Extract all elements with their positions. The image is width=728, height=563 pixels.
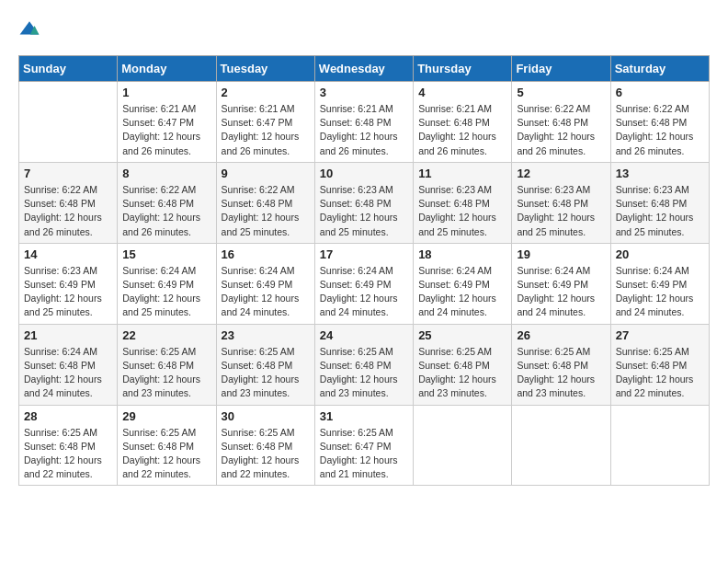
day-number: 5 [517,86,605,99]
calendar-cell: 6Sunrise: 6:22 AMSunset: 6:48 PMDaylight… [610,82,709,163]
day-number: 18 [418,247,506,261]
calendar-cell: 10Sunrise: 6:23 AMSunset: 6:48 PMDayligh… [314,162,413,243]
weekday-header: Tuesday [216,56,314,82]
day-number: 15 [122,247,210,261]
calendar-header: SundayMondayTuesdayWednesdayThursdayFrid… [19,56,710,82]
day-info: Sunrise: 6:25 AMSunset: 6:48 PMDaylight:… [222,426,310,482]
calendar-week: 1Sunrise: 6:21 AMSunset: 6:47 PMDaylight… [19,82,710,163]
calendar-cell: 22Sunrise: 6:25 AMSunset: 6:48 PMDayligh… [118,324,216,405]
weekday-header: Monday [118,56,216,82]
day-number: 29 [122,409,210,423]
day-number: 8 [122,167,210,180]
day-number: 20 [616,247,704,261]
day-info: Sunrise: 6:24 AMSunset: 6:49 PMDaylight:… [122,264,210,320]
calendar-cell: 27Sunrise: 6:25 AMSunset: 6:48 PMDayligh… [610,324,709,405]
calendar-cell [19,82,118,163]
day-number: 25 [418,328,506,342]
day-info: Sunrise: 6:25 AMSunset: 6:48 PMDaylight:… [517,345,605,401]
calendar-cell: 8Sunrise: 6:22 AMSunset: 6:48 PMDaylight… [118,162,216,243]
day-number: 12 [517,167,605,180]
calendar-cell: 26Sunrise: 6:25 AMSunset: 6:48 PMDayligh… [512,324,610,405]
calendar-cell: 12Sunrise: 6:23 AMSunset: 6:48 PMDayligh… [512,162,610,243]
day-number: 11 [418,167,506,180]
weekday-header: Thursday [414,56,512,82]
calendar-cell: 11Sunrise: 6:23 AMSunset: 6:48 PMDayligh… [414,162,512,243]
calendar-week: 14Sunrise: 6:23 AMSunset: 6:49 PMDayligh… [19,243,710,324]
day-number: 13 [616,167,704,180]
day-number: 1 [122,86,210,99]
day-info: Sunrise: 6:25 AMSunset: 6:48 PMDaylight:… [122,426,210,482]
calendar-cell: 5Sunrise: 6:22 AMSunset: 6:48 PMDaylight… [512,82,610,163]
day-info: Sunrise: 6:25 AMSunset: 6:48 PMDaylight:… [320,345,408,401]
day-number: 10 [320,167,408,180]
calendar-cell: 2Sunrise: 6:21 AMSunset: 6:47 PMDaylight… [216,82,314,163]
day-info: Sunrise: 6:22 AMSunset: 6:48 PMDaylight:… [616,102,704,158]
day-number: 23 [222,328,310,342]
day-info: Sunrise: 6:23 AMSunset: 6:48 PMDaylight:… [320,183,408,239]
weekday-header: Wednesday [314,56,413,82]
calendar-cell: 18Sunrise: 6:24 AMSunset: 6:49 PMDayligh… [414,243,512,324]
calendar-table: SundayMondayTuesdayWednesdayThursdayFrid… [18,55,710,486]
day-info: Sunrise: 6:22 AMSunset: 6:48 PMDaylight:… [222,183,310,239]
day-info: Sunrise: 6:21 AMSunset: 6:47 PMDaylight:… [122,102,210,158]
day-info: Sunrise: 6:25 AMSunset: 6:48 PMDaylight:… [418,345,506,401]
day-number: 14 [24,247,112,261]
day-number: 9 [222,167,310,180]
day-number: 21 [24,328,112,342]
calendar-body: 1Sunrise: 6:21 AMSunset: 6:47 PMDaylight… [19,82,710,486]
calendar-cell: 30Sunrise: 6:25 AMSunset: 6:48 PMDayligh… [216,405,314,486]
day-info: Sunrise: 6:24 AMSunset: 6:49 PMDaylight:… [616,264,704,320]
calendar-cell: 15Sunrise: 6:24 AMSunset: 6:49 PMDayligh… [118,243,216,324]
weekday-header: Friday [512,56,610,82]
day-number: 24 [320,328,408,342]
page-header [18,18,710,40]
calendar-week: 7Sunrise: 6:22 AMSunset: 6:48 PMDaylight… [19,162,710,243]
day-info: Sunrise: 6:25 AMSunset: 6:48 PMDaylight:… [122,345,210,401]
day-info: Sunrise: 6:22 AMSunset: 6:48 PMDaylight:… [24,183,112,239]
day-number: 22 [122,328,210,342]
day-number: 26 [517,328,605,342]
weekday-header: Sunday [19,56,118,82]
day-info: Sunrise: 6:23 AMSunset: 6:48 PMDaylight:… [517,183,605,239]
day-number: 31 [320,409,408,423]
calendar-cell: 7Sunrise: 6:22 AMSunset: 6:48 PMDaylight… [19,162,118,243]
day-info: Sunrise: 6:24 AMSunset: 6:48 PMDaylight:… [24,345,112,401]
day-number: 2 [222,86,310,99]
calendar-week: 28Sunrise: 6:25 AMSunset: 6:48 PMDayligh… [19,405,710,486]
calendar-cell: 14Sunrise: 6:23 AMSunset: 6:49 PMDayligh… [19,243,118,324]
day-number: 19 [517,247,605,261]
calendar-cell [610,405,709,486]
calendar-cell: 29Sunrise: 6:25 AMSunset: 6:48 PMDayligh… [118,405,216,486]
day-info: Sunrise: 6:24 AMSunset: 6:49 PMDaylight:… [517,264,605,320]
day-number: 6 [616,86,704,99]
calendar-cell: 1Sunrise: 6:21 AMSunset: 6:47 PMDaylight… [118,82,216,163]
logo [18,18,44,40]
day-info: Sunrise: 6:23 AMSunset: 6:48 PMDaylight:… [616,183,704,239]
day-number: 17 [320,247,408,261]
day-info: Sunrise: 6:23 AMSunset: 6:48 PMDaylight:… [418,183,506,239]
day-info: Sunrise: 6:22 AMSunset: 6:48 PMDaylight:… [517,102,605,158]
day-number: 28 [24,409,112,423]
day-info: Sunrise: 6:25 AMSunset: 6:48 PMDaylight:… [24,426,112,482]
day-info: Sunrise: 6:22 AMSunset: 6:48 PMDaylight:… [122,183,210,239]
day-number: 27 [616,328,704,342]
calendar-cell: 23Sunrise: 6:25 AMSunset: 6:48 PMDayligh… [216,324,314,405]
calendar-cell [414,405,512,486]
day-info: Sunrise: 6:25 AMSunset: 6:47 PMDaylight:… [320,426,408,482]
day-info: Sunrise: 6:24 AMSunset: 6:49 PMDaylight:… [320,264,408,320]
logo-icon [18,18,40,40]
calendar-cell: 21Sunrise: 6:24 AMSunset: 6:48 PMDayligh… [19,324,118,405]
calendar-cell: 31Sunrise: 6:25 AMSunset: 6:47 PMDayligh… [314,405,413,486]
day-info: Sunrise: 6:21 AMSunset: 6:48 PMDaylight:… [418,102,506,158]
calendar-cell: 24Sunrise: 6:25 AMSunset: 6:48 PMDayligh… [314,324,413,405]
calendar-cell: 16Sunrise: 6:24 AMSunset: 6:49 PMDayligh… [216,243,314,324]
header-row: SundayMondayTuesdayWednesdayThursdayFrid… [19,56,710,82]
day-number: 16 [222,247,310,261]
calendar-week: 21Sunrise: 6:24 AMSunset: 6:48 PMDayligh… [19,324,710,405]
calendar-cell: 9Sunrise: 6:22 AMSunset: 6:48 PMDaylight… [216,162,314,243]
day-info: Sunrise: 6:25 AMSunset: 6:48 PMDaylight:… [616,345,704,401]
day-number: 3 [320,86,408,99]
day-number: 7 [24,167,112,180]
calendar-cell: 28Sunrise: 6:25 AMSunset: 6:48 PMDayligh… [19,405,118,486]
calendar-cell: 20Sunrise: 6:24 AMSunset: 6:49 PMDayligh… [610,243,709,324]
